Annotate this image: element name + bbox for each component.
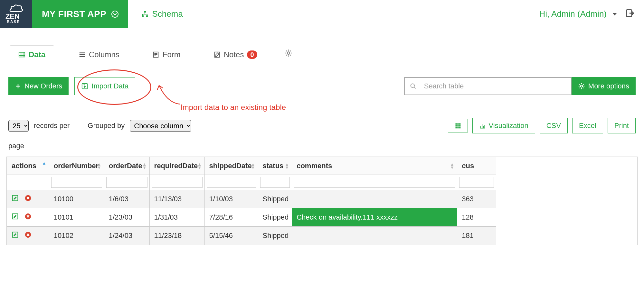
cell-comments <box>292 227 457 245</box>
toolbar-right: More options <box>404 77 636 95</box>
plus-icon <box>15 83 21 89</box>
logo[interactable]: ZEN BASE <box>0 0 32 28</box>
filter-comments[interactable] <box>294 177 455 188</box>
form-icon <box>152 51 159 58</box>
new-orders-label: New Orders <box>24 82 62 90</box>
cell-status: Shipped <box>258 208 292 227</box>
search-input[interactable] <box>424 82 566 90</box>
cell-shippedDate: 5/15/46 <box>204 227 258 245</box>
col-customerNumber[interactable]: cus <box>457 157 496 175</box>
tab-columns[interactable]: Columns <box>70 46 128 64</box>
delete-row-icon[interactable] <box>24 231 32 240</box>
caret-down-icon <box>612 12 618 16</box>
tab-settings[interactable] <box>282 44 295 64</box>
svg-rect-6 <box>19 52 25 57</box>
print-label: Print <box>614 122 629 130</box>
nav-mid: Schema <box>128 0 539 28</box>
csv-button[interactable]: CSV <box>540 118 568 133</box>
filter-orderNumber[interactable] <box>51 177 102 188</box>
sort-icon: ▲▼ <box>285 163 289 169</box>
grid-view-button[interactable] <box>448 119 468 132</box>
delete-row-icon[interactable] <box>24 195 32 204</box>
cell-actions <box>7 227 49 245</box>
visualization-button[interactable]: Visualization <box>472 118 535 133</box>
edit-icon <box>213 51 221 58</box>
top-nav: ZEN BASE MY FIRST APP Schema Hi, Admin (… <box>0 0 644 28</box>
delete-row-icon[interactable] <box>24 213 32 222</box>
more-options-button[interactable]: More options <box>572 77 636 95</box>
cell-customerNumber: 128 <box>457 208 496 227</box>
grouped-by-label: Grouped by <box>88 122 125 130</box>
table-row: 101021/24/0311/23/185/15/46Shipped181 <box>7 227 496 245</box>
data-table: actions▲ orderNumber▲▼ orderDate▲▼ requi… <box>7 157 496 245</box>
cell-comments <box>292 190 457 208</box>
tab-form[interactable]: Form <box>144 46 189 64</box>
col-status[interactable]: status▲▼ <box>258 157 292 175</box>
filter-requiredDate[interactable] <box>152 177 203 188</box>
svg-rect-4 <box>146 15 148 17</box>
col-actions[interactable]: actions▲ <box>7 157 49 175</box>
more-options-label: More options <box>588 82 629 90</box>
filter-customerNumber[interactable] <box>459 177 494 188</box>
col-requiredDate[interactable]: requiredDate▲▼ <box>149 157 204 175</box>
table-icon <box>18 51 25 58</box>
svg-rect-2 <box>144 11 146 13</box>
cell-orderDate: 1/24/03 <box>104 227 149 245</box>
import-icon <box>81 83 88 90</box>
cell-actions <box>7 208 49 227</box>
filter-orderDate[interactable] <box>106 177 147 188</box>
svg-rect-15 <box>455 123 457 125</box>
import-data-label: Import Data <box>91 82 128 90</box>
svg-point-9 <box>287 52 290 54</box>
logout-icon[interactable] <box>625 9 634 19</box>
new-orders-button[interactable]: New Orders <box>8 77 69 95</box>
edit-row-icon[interactable] <box>12 231 19 240</box>
app-selector-dropdown[interactable]: MY FIRST APP <box>32 0 128 28</box>
tab-data[interactable]: Data <box>10 45 54 64</box>
edit-row-icon[interactable] <box>12 195 19 204</box>
svg-rect-23 <box>459 127 460 128</box>
cell-customerNumber: 181 <box>457 227 496 245</box>
excel-button[interactable]: Excel <box>572 118 603 133</box>
chart-icon <box>479 122 486 129</box>
svg-rect-21 <box>455 127 457 128</box>
grid-icon <box>455 122 461 129</box>
print-button[interactable]: Print <box>608 118 636 133</box>
cell-orderDate: 1/6/03 <box>104 190 149 208</box>
col-orderNumber[interactable]: orderNumber▲▼ <box>49 157 104 175</box>
svg-rect-17 <box>459 123 460 125</box>
cell-orderNumber: 10100 <box>49 190 104 208</box>
filter-row <box>7 175 496 190</box>
col-orderDate[interactable]: orderDate▲▼ <box>104 157 149 175</box>
zenbase-logo-icon: ZEN BASE <box>5 5 27 24</box>
sort-asc-icon: ▲ <box>42 160 46 166</box>
filter-status[interactable] <box>260 177 290 188</box>
import-data-button[interactable]: Import Data <box>74 77 135 95</box>
visualization-label: Visualization <box>489 122 528 130</box>
sitemap-icon <box>141 10 149 18</box>
search-box[interactable] <box>404 77 572 95</box>
user-menu[interactable]: Hi, Admin (Admin) <box>539 9 618 19</box>
data-table-wrap: actions▲ orderNumber▲▼ orderDate▲▼ requi… <box>6 157 638 245</box>
cell-orderDate: 1/23/03 <box>104 208 149 227</box>
notes-count-badge: 0 <box>247 50 257 59</box>
col-comments[interactable]: comments▲▼ <box>292 157 457 175</box>
csv-label: CSV <box>546 122 561 130</box>
svg-text:ZEN: ZEN <box>5 12 20 20</box>
page-label: page <box>6 142 638 150</box>
tab-columns-label: Columns <box>89 50 119 59</box>
sort-icon: ▲▼ <box>97 163 101 169</box>
cell-actions <box>7 190 49 208</box>
filter-shippedDate[interactable] <box>207 177 256 188</box>
schema-link[interactable]: Schema <box>141 9 183 19</box>
col-shippedDate[interactable]: shippedDate▲▼ <box>204 157 258 175</box>
page-size-select[interactable]: 25 <box>8 120 29 132</box>
grouped-by-select[interactable]: Choose column <box>130 120 191 132</box>
svg-point-11 <box>83 85 84 85</box>
tab-data-label: Data <box>29 50 45 59</box>
cell-shippedDate: 1/10/03 <box>204 190 258 208</box>
cell-comments: Check on availability.111 xxxxzz <box>292 208 457 227</box>
tab-notes[interactable]: Notes 0 <box>205 46 266 64</box>
edit-row-icon[interactable] <box>12 213 19 222</box>
user-greeting-label: Hi, Admin (Admin) <box>539 9 607 19</box>
